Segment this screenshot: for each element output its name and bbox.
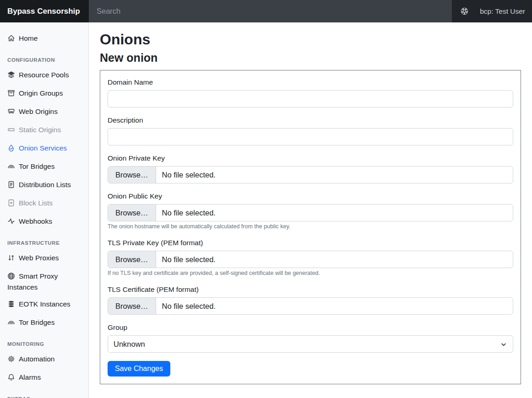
sidebar-section-extras: EXTRAS (0, 387, 88, 398)
hdd-icon (7, 126, 15, 136)
sidebar-item-origin-groups[interactable]: Origin Groups (0, 85, 88, 103)
page-title: Onions (100, 31, 521, 48)
tls-certificate-label: TLS Certificate (PEM format) (108, 285, 513, 294)
sidebar-item-label: Web Proxies (19, 254, 59, 262)
sidebar-item-distribution-lists[interactable]: Distribution Lists (0, 176, 88, 194)
section-title: New onion (100, 51, 521, 65)
domain-name-group: Domain Name (108, 78, 513, 108)
description-group: Description (108, 116, 513, 145)
onion-private-key-group: Onion Private Key Browse… No file select… (108, 154, 513, 183)
group-label: Group (108, 323, 513, 332)
sidebar-item-automation[interactable]: Automation (0, 350, 88, 369)
sidebar-item-home[interactable]: Home (0, 30, 88, 48)
tls-private-key-file-input[interactable]: Browse… No file selected. (108, 251, 513, 268)
sidebar-nav: Home CONFIGURATION Resource Pools Origin… (0, 22, 89, 398)
browse-button[interactable]: Browse… (108, 167, 156, 183)
sidebar-item-label: Home (19, 34, 38, 42)
onion-public-key-group: Onion Public Key Browse… No file selecte… (108, 192, 513, 230)
onion-public-key-label: Onion Public Key (108, 192, 513, 200)
file-status: No file selected. (156, 251, 216, 268)
domain-name-input[interactable] (108, 90, 513, 108)
sidebar-item-label: Tor Bridges (19, 318, 54, 326)
sidebar-item-label: Static Origins (19, 126, 61, 134)
rainbow-icon (7, 162, 15, 172)
sidebar-item-label: Web Origins (19, 108, 58, 115)
sidebar-item-resource-pools[interactable]: Resource Pools (0, 66, 88, 85)
globe-icon (7, 272, 15, 282)
onion-droplet-icon (7, 144, 15, 154)
tls-private-key-group: TLS Private Key (PEM format) Browse… No … (108, 238, 513, 277)
sidebar-item-label: Block Lists (19, 199, 53, 207)
main-content: Onions New onion Domain Name Description… (89, 22, 532, 398)
sidebar-item-eotk-instances[interactable]: EOTK Instances (0, 296, 88, 314)
sidebar-item-onion-services[interactable]: Onion Services (0, 140, 88, 158)
sidebar-item-label: EOTK Instances (19, 300, 71, 308)
save-changes-button[interactable]: Save Changes (108, 361, 170, 376)
onion-public-key-file-input[interactable]: Browse… No file selected. (108, 204, 513, 221)
house-icon (7, 34, 15, 44)
top-navbar: Bypass Censorship bcp: Test User (0, 0, 532, 22)
file-status: No file selected. (156, 167, 216, 183)
navbar-search-area (89, 0, 452, 22)
new-onion-form: Domain Name Description Onion Private Ke… (100, 70, 521, 384)
gear-icon (7, 355, 15, 365)
onion-private-key-file-input[interactable]: Browse… No file selected. (108, 166, 513, 183)
domain-name-label: Domain Name (108, 78, 513, 86)
sidebar-section-configuration: CONFIGURATION (0, 48, 88, 66)
user-label: bcp: Test User (480, 7, 525, 16)
browse-button[interactable]: Browse… (108, 204, 156, 221)
sidebar-item-alarms[interactable]: Alarms (0, 369, 88, 387)
sidebar-item-web-origins[interactable]: Web Origins (0, 103, 88, 121)
stack-icon (7, 300, 15, 310)
file-x-icon (7, 199, 15, 209)
sidebar-item-label: Webhooks (19, 217, 52, 225)
onion-private-key-label: Onion Private Key (108, 154, 513, 162)
group-select[interactable]: Unknown (108, 335, 513, 353)
server-network-icon (7, 108, 15, 118)
description-input[interactable] (108, 128, 513, 145)
sidebar-item-label: Origin Groups (19, 89, 63, 97)
search-input[interactable] (89, 0, 452, 22)
user-menu[interactable]: bcp: Test User (452, 0, 532, 22)
bell-icon (7, 373, 15, 383)
archive-icon (7, 89, 15, 99)
activity-icon (7, 217, 15, 227)
globe-icon (460, 7, 469, 16)
sidebar-item-tor-bridges-2[interactable]: Tor Bridges (0, 314, 88, 332)
sidebar-item-web-proxies[interactable]: Web Proxies (0, 249, 88, 268)
tls-private-key-help: If no TLS key and certificate are provid… (108, 270, 513, 277)
chevron-down-icon (500, 341, 507, 350)
tls-private-key-label: TLS Private Key (PEM format) (108, 238, 513, 247)
sidebar-item-label: Resource Pools (19, 71, 69, 79)
group-group: Group Unknown (108, 323, 513, 353)
sidebar-item-label: Automation (19, 355, 54, 363)
sidebar-item-label: Tor Bridges (19, 162, 54, 170)
browse-button[interactable]: Browse… (108, 251, 156, 268)
onion-public-key-help: The onion hostname will be automatically… (108, 223, 513, 230)
brand-label: Bypass Censorship (7, 7, 80, 16)
sidebar-item-webhooks[interactable]: Webhooks (0, 213, 88, 231)
tls-certificate-group: TLS Certificate (PEM format) Browse… No … (108, 285, 513, 315)
file-status: No file selected. (156, 204, 216, 221)
browse-button[interactable]: Browse… (108, 298, 156, 314)
sidebar-item-label: Distribution Lists (19, 181, 71, 188)
file-text-icon (7, 181, 15, 191)
sidebar-item-label: Alarms (19, 373, 41, 381)
rainbow-icon (7, 318, 15, 328)
group-select-value: Unknown (114, 340, 145, 349)
tls-certificate-file-input[interactable]: Browse… No file selected. (108, 297, 513, 315)
description-label: Description (108, 116, 513, 124)
file-status: No file selected. (156, 298, 216, 314)
sidebar-section-infrastructure: INFRASTRUCTURE (0, 231, 88, 249)
sidebar-item-smart-proxy-instances[interactable]: Smart Proxy Instances (0, 268, 88, 296)
sidebar-item-static-origins[interactable]: Static Origins (0, 121, 88, 140)
sidebar-section-monitoring: MONITORING (0, 332, 88, 350)
sidebar-item-label: Onion Services (19, 144, 67, 152)
brand-link[interactable]: Bypass Censorship (0, 0, 89, 22)
arrow-down-up-icon (7, 254, 15, 264)
sidebar-item-tor-bridges[interactable]: Tor Bridges (0, 158, 88, 176)
layers-icon (7, 71, 15, 81)
sidebar-item-block-lists[interactable]: Block Lists (0, 194, 88, 213)
